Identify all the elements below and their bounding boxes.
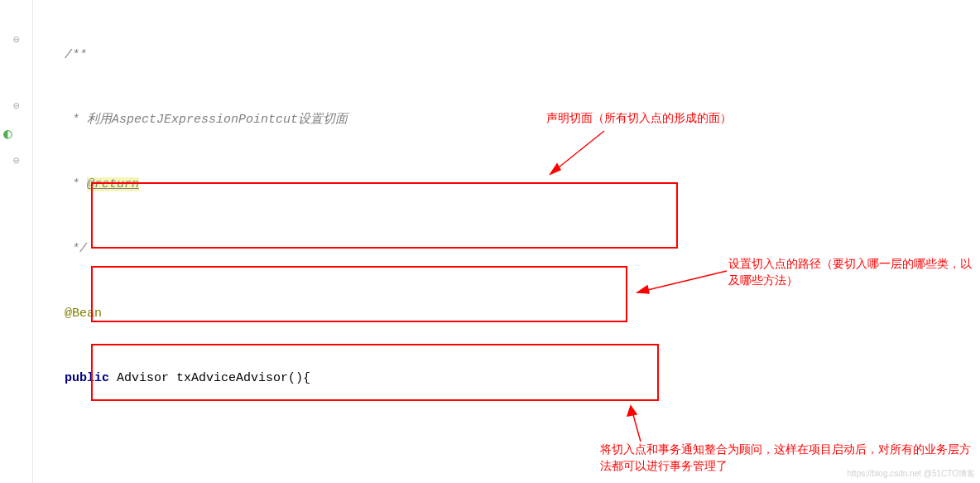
fold-icon[interactable] [13, 33, 26, 46]
highlight-box [91, 266, 627, 322]
watermark: https://blog.csdn.net @51CTO博客 [848, 468, 975, 480]
highlight-box [91, 344, 659, 401]
arrow-icon [629, 265, 728, 298]
arrow-icon [624, 402, 649, 443]
svg-marker-5 [627, 406, 637, 416]
fold-icon[interactable] [13, 154, 26, 167]
gutter-marker-icon[interactable] [3, 124, 16, 137]
svg-line-2 [637, 271, 727, 292]
annotation-text: 声明切面（所有切入点的形成的面） [546, 111, 732, 126]
doc-comment: * [65, 177, 87, 191]
highlight-box [91, 182, 678, 249]
svg-marker-3 [637, 286, 649, 293]
arrow-icon [542, 128, 608, 186]
editor-gutter [0, 0, 33, 483]
doc-comment: /** [65, 48, 87, 62]
fold-icon[interactable] [13, 99, 26, 112]
svg-marker-1 [550, 164, 560, 174]
annotation-text: 设置切入点的路径（要切入哪一层的哪些类，以及哪些方法） [728, 255, 977, 288]
doc-comment: * 利用AspectJExpressionPointcut设置切面 [65, 113, 348, 127]
doc-comment: */ [65, 242, 87, 256]
